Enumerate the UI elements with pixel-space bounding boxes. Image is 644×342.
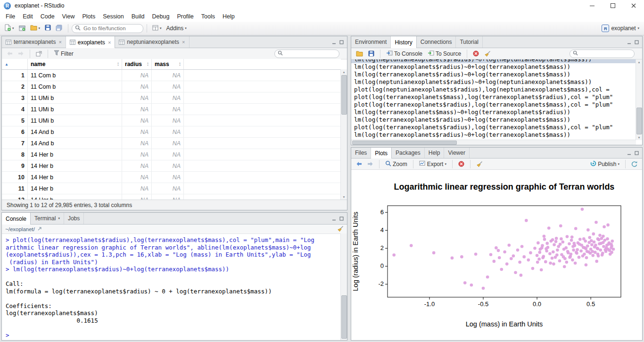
- back-button[interactable]: [354, 160, 364, 167]
- menu-profile[interactable]: Profile: [173, 11, 197, 22]
- table-row[interactable]: 914 Her bNANA: [2, 160, 341, 172]
- scrollbar-thumb[interactable]: [352, 141, 457, 145]
- clear-history-button[interactable]: [482, 50, 493, 58]
- history-vertical-scrollbar[interactable]: ▲ ▼: [636, 59, 642, 140]
- tab-packages[interactable]: Packages: [392, 148, 425, 158]
- history-item[interactable]: plot(log(terranexoplanets$mass),log(terr…: [351, 93, 636, 101]
- to-console-button[interactable]: To Console: [384, 50, 424, 58]
- tab-files[interactable]: Files: [351, 148, 371, 158]
- minimize-pane-button[interactable]: [627, 40, 631, 44]
- scroll-up-icon[interactable]: ▲: [636, 59, 642, 65]
- table-vertical-scrollbar[interactable]: ▲ ▼: [340, 69, 347, 200]
- load-history-button[interactable]: [354, 50, 365, 58]
- tab-exoplanets[interactable]: exoplanets×: [66, 36, 115, 48]
- table-row[interactable]: 814 Her bNANA: [2, 149, 341, 160]
- clear-plots-button[interactable]: [474, 160, 485, 168]
- table-row[interactable]: 714 And bNANA: [2, 138, 341, 149]
- tab-viewer[interactable]: Viewer: [444, 148, 469, 158]
- history-item[interactable]: lm(log(terranexoplanets$radius)~0+log(te…: [351, 71, 636, 78]
- menu-view[interactable]: View: [58, 11, 79, 22]
- history-item[interactable]: plot(log(terranexoplanets$radius),log(te…: [351, 124, 636, 131]
- table-row[interactable]: 211 Com bNANA: [2, 81, 341, 92]
- table-row[interactable]: 111 Com bNANA: [2, 70, 341, 81]
- project-menu-button[interactable]: R exoplanet ▾: [602, 25, 639, 32]
- scrollbar-thumb[interactable]: [341, 295, 347, 339]
- to-source-button[interactable]: To Source: [426, 50, 463, 58]
- maximize-pane-button[interactable]: [339, 40, 344, 44]
- menu-debug[interactable]: Debug: [149, 11, 173, 22]
- open-in-new-window-button[interactable]: [34, 50, 44, 58]
- history-item[interactable]: plot(log(neptunianexoplanets$radius),log…: [351, 86, 636, 93]
- maximize-pane-button[interactable]: [635, 40, 639, 44]
- history-search-input[interactable]: [580, 50, 631, 57]
- close-tab-icon[interactable]: ×: [58, 39, 61, 45]
- history-horizontal-scrollbar[interactable]: [351, 140, 636, 145]
- scroll-down-icon[interactable]: ▼: [341, 194, 347, 200]
- menu-code[interactable]: Code: [37, 11, 58, 22]
- tab-jobs[interactable]: Jobs: [64, 213, 84, 224]
- console-output[interactable]: > plot(log(terranexoplanets$radius),log(…: [2, 234, 341, 340]
- new-file-button[interactable]: ▾: [3, 23, 16, 33]
- minimize-pane-button[interactable]: [332, 217, 336, 221]
- column-header-radius[interactable]: radius▴▾: [122, 59, 152, 69]
- column-header-mass[interactable]: mass▴▾: [152, 59, 184, 69]
- menu-session[interactable]: Session: [99, 11, 127, 22]
- history-item[interactable]: lm(log(neptunianexoplanets$radius)~0+log…: [351, 59, 636, 63]
- console-scrollbar[interactable]: [340, 234, 347, 340]
- publish-button[interactable]: Publish ▾: [588, 159, 621, 169]
- table-row[interactable]: 311 UMi bNANA: [2, 92, 341, 104]
- save-history-button[interactable]: [366, 50, 376, 58]
- table-row[interactable]: 511 UMi bNANA: [2, 115, 341, 126]
- scrollbar-thumb[interactable]: [636, 108, 642, 134]
- column-header-name[interactable]: name▴▾: [28, 59, 122, 69]
- tab-help[interactable]: Help: [425, 148, 445, 158]
- close-button[interactable]: [623, 0, 644, 11]
- save-button[interactable]: [43, 24, 53, 33]
- close-tab-icon[interactable]: ×: [182, 39, 185, 45]
- tab-terminal[interactable]: Terminal▾: [31, 213, 64, 224]
- filter-button[interactable]: Filter: [52, 49, 75, 58]
- table-row[interactable]: 614 And bNANA: [2, 126, 341, 138]
- remove-plot-button[interactable]: [456, 160, 466, 168]
- refresh-plot-button[interactable]: [629, 160, 639, 168]
- menu-build[interactable]: Build: [128, 11, 149, 22]
- goto-directory-icon[interactable]: [37, 226, 42, 232]
- addins-button[interactable]: Addins ▾: [165, 24, 189, 33]
- new-project-button[interactable]: [17, 24, 27, 33]
- history-item[interactable]: plot(log(terranexoplanets$radius),log(te…: [351, 101, 636, 108]
- forward-button[interactable]: [365, 160, 375, 167]
- tab-environment[interactable]: Environment: [351, 36, 391, 48]
- export-button[interactable]: Export ▾: [417, 159, 448, 168]
- goto-file-input[interactable]: [83, 25, 140, 32]
- maximize-pane-button[interactable]: [635, 151, 639, 155]
- tab-tutorial[interactable]: Tutorial: [456, 36, 483, 48]
- zoom-button[interactable]: Zoom: [383, 159, 409, 169]
- minimize-pane-button[interactable]: [332, 40, 336, 44]
- menu-help[interactable]: Help: [219, 11, 239, 22]
- clear-console-button[interactable]: [337, 225, 344, 233]
- menu-file[interactable]: File: [2, 11, 19, 22]
- scroll-down-icon[interactable]: ▼: [636, 135, 642, 140]
- maximize-pane-button[interactable]: [339, 217, 344, 221]
- table-row[interactable]: 1214 Her bNANA: [2, 194, 341, 200]
- history-item[interactable]: lm(log(terranexoplanets$radius)~0+log(te…: [351, 116, 636, 124]
- tab-connections[interactable]: Connections: [417, 36, 456, 48]
- menu-tools[interactable]: Tools: [198, 11, 219, 22]
- forward-button[interactable]: [16, 50, 26, 57]
- history-item[interactable]: lm(log(terranexoplanets$radius)~0+log(te…: [351, 131, 636, 139]
- tab-history[interactable]: History: [391, 36, 416, 48]
- tab-neptunianexoplanets[interactable]: neptunianexoplanets×: [115, 36, 189, 48]
- open-file-button[interactable]: ▾: [28, 24, 42, 33]
- column-header-rownum[interactable]: ▲: [2, 59, 28, 69]
- table-row[interactable]: 1014 Her bNANA: [2, 172, 341, 183]
- tab-plots[interactable]: Plots: [371, 148, 392, 158]
- delete-history-button[interactable]: [471, 50, 481, 58]
- minimize-pane-button[interactable]: [627, 151, 631, 155]
- tab-terranexoplanets[interactable]: terranexoplanets×: [2, 36, 66, 48]
- table-row[interactable]: 1114 Her bNANA: [2, 183, 341, 194]
- panes-layout-button[interactable]: ▾: [150, 24, 164, 33]
- maximize-button[interactable]: [603, 0, 623, 11]
- scrollbar-thumb[interactable]: [341, 75, 347, 115]
- close-tab-icon[interactable]: ×: [108, 40, 111, 45]
- minimize-button[interactable]: [582, 0, 603, 11]
